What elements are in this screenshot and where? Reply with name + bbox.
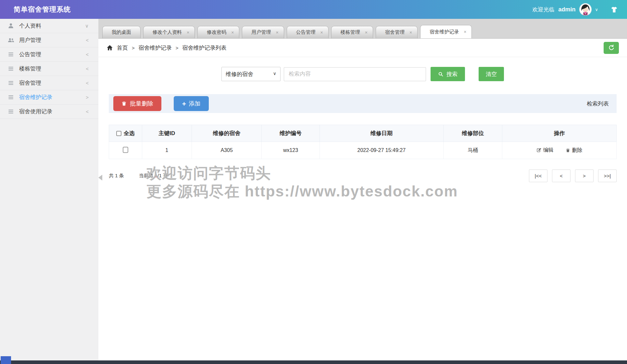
user-avatar[interactable] [579, 3, 592, 16]
avatar-image [579, 3, 592, 16]
trash-icon [566, 148, 570, 153]
chevron-left-icon: < [86, 80, 89, 86]
sidebar-item-maintenance-records[interactable]: 宿舍维护记录 > [0, 90, 98, 105]
chevron-left-icon: < [86, 109, 89, 114]
cell-date: 2022-09-27 15:49:27 [320, 142, 443, 159]
home-icon [107, 44, 113, 51]
tab-user-management[interactable]: 用户管理 × [242, 26, 284, 38]
breadcrumb-home[interactable]: 首页 [117, 44, 128, 52]
first-page-button[interactable]: |<< [529, 169, 547, 182]
edit-row-button[interactable]: 编辑 [536, 147, 554, 154]
filter-select-wrap: 维修的宿舍 ∨ [221, 67, 281, 81]
sidebar-item-label: 个人资料 [19, 22, 41, 30]
delete-label: 删除 [572, 147, 583, 154]
tab-change-password[interactable]: 修改密码 × [197, 26, 239, 38]
close-icon[interactable]: × [231, 30, 234, 35]
trash-icon [121, 101, 127, 106]
cell-part: 马桶 [443, 142, 502, 159]
column-actions: 操作 [502, 125, 617, 142]
search-bar: 维修的宿舍 ∨ 搜索 清空 [98, 67, 627, 81]
column-part: 维修部位 [443, 125, 502, 142]
chevron-left-icon: < [86, 37, 89, 43]
tab-dorm-management[interactable]: 宿舍管理 × [376, 26, 418, 38]
last-page-button[interactable]: >>| [598, 169, 617, 182]
tab-label: 修改个人资料 [153, 29, 182, 35]
list-icon [8, 108, 16, 115]
sidebar-item-label: 楼栋管理 [19, 65, 41, 72]
prev-page-button[interactable]: < [552, 169, 571, 182]
close-icon[interactable]: × [409, 30, 412, 35]
chevron-right-icon: > [86, 94, 89, 100]
tab-building-management[interactable]: 楼栋管理 × [331, 26, 373, 38]
sidebar-item-dorms[interactable]: 宿舍管理 < [0, 76, 98, 90]
add-button[interactable]: + 添加 [174, 96, 209, 111]
sidebar-item-buildings[interactable]: 楼栋管理 < [0, 62, 98, 76]
refresh-button[interactable] [604, 42, 619, 54]
column-select-all: 全选 [109, 125, 142, 142]
list-icon [8, 66, 16, 72]
user-menu-caret-icon[interactable]: ∨ [595, 7, 598, 12]
tab-maintenance-records[interactable]: 宿舍维护记录 × [420, 25, 472, 38]
batch-delete-button[interactable]: 批量删除 [113, 96, 161, 111]
current-page: 1 [155, 173, 157, 178]
tab-label: 用户管理 [251, 29, 271, 35]
sidebar-item-label: 用户管理 [19, 36, 41, 44]
breadcrumb-separator: > [176, 45, 179, 51]
sidebar-item-profile[interactable]: 个人资料 ∨ [0, 19, 98, 33]
table-row: 1 A305 wx123 2022-09-27 15:49:27 马桶 [109, 142, 617, 159]
column-label: 全选 [124, 130, 135, 137]
tab-label: 修改密码 [207, 29, 226, 35]
user-icon [8, 23, 16, 29]
sidebar-item-usage-records[interactable]: 宿舍使用记录 < [0, 105, 98, 119]
search-button-label: 搜索 [446, 70, 458, 78]
theme-tshirt-icon[interactable] [610, 6, 618, 13]
column-room: 维修的宿舍 [192, 125, 262, 142]
tab-bar: 我的桌面 修改个人资料 × 修改密码 × 用户管理 × 公告管理 × 楼栋管理 … [98, 19, 627, 39]
delete-row-button[interactable]: 删除 [566, 147, 583, 154]
cell-code: wx123 [262, 142, 320, 159]
filter-select[interactable]: 维修的宿舍 [221, 67, 281, 81]
search-button[interactable]: 搜索 [431, 67, 465, 81]
clear-button[interactable]: 清空 [479, 67, 504, 81]
list-icon [8, 51, 16, 57]
main-area: 我的桌面 修改个人资料 × 修改密码 × 用户管理 × 公告管理 × 楼栋管理 … [98, 19, 627, 360]
tab-edit-profile[interactable]: 修改个人资料 × [143, 26, 195, 38]
add-label: 添加 [189, 100, 200, 107]
sidebar-item-label: 宿舍管理 [19, 79, 41, 87]
top-header: 简单宿舍管理系统 欢迎光临 admin ∨ [0, 0, 627, 19]
list-title: 检索列表 [587, 100, 612, 107]
batch-delete-label: 批量删除 [130, 100, 153, 107]
tab-label: 宿舍维护记录 [430, 29, 459, 35]
tab-label: 宿舍管理 [385, 29, 405, 35]
close-icon[interactable]: × [187, 30, 189, 35]
sidebar-item-users[interactable]: 用户管理 < [0, 33, 98, 47]
breadcrumb-section[interactable]: 宿舍维护记录 [139, 44, 172, 52]
total-pages: 1 [159, 173, 161, 178]
refresh-icon [608, 44, 615, 51]
sidebar: 个人资料 ∨ 用户管理 < 公告管理 < [0, 19, 98, 360]
chevron-left-icon: < [86, 66, 89, 71]
total-count: 共 1 条 [109, 173, 124, 179]
close-icon[interactable]: × [365, 30, 368, 35]
sidebar-item-announcements[interactable]: 公告管理 < [0, 47, 98, 62]
tab-my-desktop[interactable]: 我的桌面 [102, 26, 141, 38]
users-icon [8, 37, 16, 44]
header-right: 欢迎光临 admin ∨ [532, 3, 618, 16]
close-icon[interactable]: × [464, 29, 466, 34]
sidebar-collapse-icon[interactable] [98, 175, 102, 181]
page-indicator: 当前第 1/1 页 [139, 173, 168, 179]
app-title: 简单宿舍管理系统 [14, 5, 71, 14]
row-checkbox[interactable] [123, 147, 128, 153]
close-icon[interactable]: × [320, 30, 323, 35]
next-page-button[interactable]: > [575, 169, 594, 182]
page-indicator-suffix: 页 [163, 173, 168, 178]
select-all-checkbox[interactable] [116, 131, 121, 136]
pagination-bar: 共 1 条 当前第 1/1 页 |<< < > >>| [109, 169, 617, 182]
tab-announcement-management[interactable]: 公告管理 × [287, 26, 329, 38]
search-input[interactable] [284, 67, 426, 81]
close-icon[interactable]: × [276, 30, 278, 35]
app-window: 简单宿舍管理系统 欢迎光临 admin ∨ [0, 0, 627, 364]
chevron-down-icon: ∨ [85, 23, 89, 29]
cell-actions: 编辑 删除 [502, 142, 617, 159]
page-indicator-prefix: 当前第 [139, 173, 154, 178]
